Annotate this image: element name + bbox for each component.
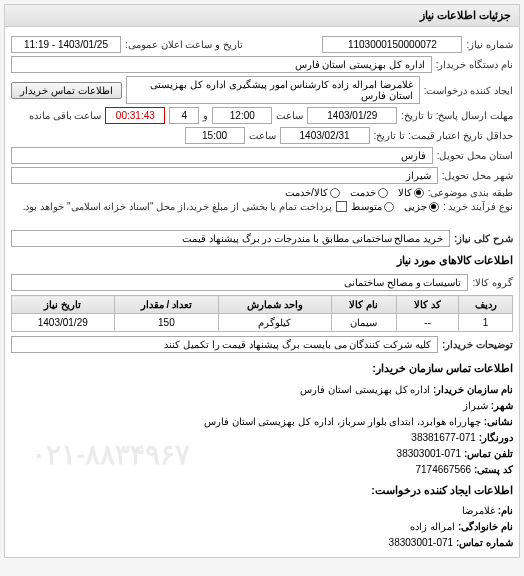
contact-post-label: کد پستی: [474,464,513,475]
purchase-type-option-label: جزیی [404,201,427,212]
creator-section-title: اطلاعات ایجاد کننده درخواست: [11,478,513,504]
row-need-title: شرح کلی نیاز: خرید مصالح ساختمانی مطابق … [11,230,513,247]
need-title-label: شرح کلی نیاز: [454,233,513,244]
request-number-value: 1103000150000072 [322,36,462,53]
contact-info-block: اطلاعات تماس سازمان خریدار: نام سازمان خ… [11,356,513,551]
buyer-notes-label: توضیحات خریدار: [442,339,513,350]
row-request-creator: ایجاد کننده درخواست: غلامرضا امراله زاده… [11,76,513,104]
contact-pre: 071-38381677 [411,432,476,443]
radio-dot-icon [330,188,340,198]
th-idx: ردیف [459,296,513,314]
contact-org: اداره کل بهزیستی استان فارس [300,384,430,395]
announce-date-value: 1403/01/25 - 11:19 [11,36,121,53]
contact-city-label: شهر: [491,400,513,411]
creator-fname-label: نام: [498,505,513,516]
row-buyer-notes: توضیحات خریدار: کلیه شرکت کنندگان می بای… [11,336,513,353]
contact-pre-label: دورنگار: [479,432,513,443]
response-deadline-hour-label: ساعت [276,110,303,121]
goods-section-title: اطلاعات کالاهای مورد نیاز [11,250,513,271]
contact-post: 7174667566 [415,464,471,475]
validity-hour: 15:00 [185,127,245,144]
purchase-type-option-medium[interactable]: متوسط [351,201,394,212]
creator-tel: 071-38303001 [389,537,454,548]
goods-table: ردیف کد کالا نام کالا واحد شمارش تعداد /… [11,295,513,332]
td-idx: 1 [459,314,513,332]
row-response-deadline: مهلت ارسال پاسخ: تا تاریخ: 1403/01/29 سا… [11,107,513,124]
response-deadline-remain: 00:31:43 [105,107,165,124]
panel-body: شماره نیاز: 1103000150000072 تاریخ و ساع… [5,27,519,557]
delivery-city-value: شیراز [11,167,438,184]
th-name: نام کالا [331,296,397,314]
contact-section: ۰۲۱-۸۸۳۴۹۶۷ اطلاعات تماس سازمان خریدار: … [11,356,513,551]
category-option-both[interactable]: کالا/خدمت [285,187,340,198]
purchase-type-radio-group: جزیی متوسط [351,201,439,212]
creator-tel-label: شماره تماس: [456,537,513,548]
validity-date: 1403/02/31 [280,127,370,144]
row-delivery-province: استان محل تحویل: فارس [11,147,513,164]
contact-tel-label: تلفن تماس: [464,448,513,459]
response-deadline-date: 1403/01/29 [307,107,397,124]
category-option-service[interactable]: خدمت [350,187,388,198]
category-option-goods[interactable]: کالا [398,187,424,198]
validity-hour-label: ساعت [249,130,276,141]
contact-section-title: اطلاعات تماس سازمان خریدار: [11,356,513,382]
td-code: -- [397,314,459,332]
creator-lname-label: نام خانوادگی: [458,521,513,532]
category-option-label: کالا/خدمت [285,187,328,198]
request-creator-label: ایجاد کننده درخواست: [424,85,513,96]
delivery-province-label: استان محل تحویل: [437,150,513,161]
validity-label: حداقل تاریخ اعتبار قیمت: تا تاریخ: [374,130,513,141]
contact-org-label: نام سازمان خریدار: [433,384,513,395]
td-date: 1403/01/29 [12,314,115,332]
delivery-province-value: فارس [11,147,433,164]
announce-date-label: تاریخ و ساعت اعلان عمومی: [125,39,243,50]
row-category: طبقه بندی موضوعی: کالا خدمت کالا/خدمت [11,187,513,198]
response-deadline-label: مهلت ارسال پاسخ: تا تاریخ: [401,110,513,121]
response-deadline-hour: 12:00 [212,107,272,124]
response-deadline-remain-label: ساعت باقی مانده [29,110,102,121]
contact-addr: چهارراه هوابرد، ابتدای بلوار سرباز، ادار… [204,416,481,427]
response-deadline-days: 4 [169,107,199,124]
response-deadline-day-label: و [203,110,208,121]
radio-dot-icon [429,202,439,212]
buyer-org-value: اداره کل بهزیستی استان فارس [11,56,432,73]
panel-title: جزئیات اطلاعات نیاز [5,5,519,27]
buyer-notes-value: کلیه شرکت کنندگان می بایست برگ پیشنهاد ق… [11,336,438,353]
category-option-label: کالا [398,187,412,198]
contact-city: شیراز [463,400,488,411]
contact-info-button[interactable]: اطلاعات تماس خریدار [11,82,122,99]
row-goods-group: گروه کالا: تاسیسات و مصالح ساختمانی [11,274,513,291]
row-purchase-type: نوع فرآیند خرید : جزیی متوسط پرداخت تمام… [11,201,513,212]
table-row: 1 -- سیمان کیلوگرم 150 1403/01/29 [12,314,513,332]
need-title-value: خرید مصالح ساختمانی مطابق با مندرجات در … [11,230,450,247]
table-header-row: ردیف کد کالا نام کالا واحد شمارش تعداد /… [12,296,513,314]
contact-tel: 071-38303001 [397,448,462,459]
purchase-type-label: نوع فرآیند خرید : [443,201,513,212]
radio-dot-icon [384,202,394,212]
contact-addr-label: نشانی: [484,416,513,427]
purchase-type-option-label: متوسط [351,201,382,212]
treasury-checkbox-label: پرداخت تمام یا بخشی از مبلغ خرید،از محل … [23,201,332,212]
category-option-label: خدمت [350,187,376,198]
row-request-number: شماره نیاز: 1103000150000072 تاریخ و ساع… [11,36,513,53]
row-validity: حداقل تاریخ اعتبار قیمت: تا تاریخ: 1403/… [11,127,513,144]
request-creator-value: غلامرضا امراله زاده کارشناس امور پیشگیری… [126,76,420,104]
th-qty: تعداد / مقدار [114,296,219,314]
creator-fname: غلامرضا [462,505,495,516]
buyer-org-label: نام دستگاه خریدار: [436,59,513,70]
row-buyer-org: نام دستگاه خریدار: اداره کل بهزیستی استا… [11,56,513,73]
th-date: تاریخ نیاز [12,296,115,314]
request-number-label: شماره نیاز: [466,39,513,50]
th-unit: واحد شمارش [219,296,331,314]
purchase-type-option-minor[interactable]: جزیی [404,201,439,212]
goods-group-label: گروه کالا: [472,277,513,288]
treasury-checkbox[interactable] [336,201,347,212]
category-radio-group: کالا خدمت کالا/خدمت [285,187,424,198]
td-qty: 150 [114,314,219,332]
td-name: سیمان [331,314,397,332]
row-delivery-city: شهر محل تحویل: شیراز [11,167,513,184]
need-details-panel: جزئیات اطلاعات نیاز شماره نیاز: 11030001… [4,4,520,558]
category-label: طبقه بندی موضوعی: [428,187,513,198]
creator-lname: امراله زاده [410,521,455,532]
goods-group-value: تاسیسات و مصالح ساختمانی [11,274,468,291]
